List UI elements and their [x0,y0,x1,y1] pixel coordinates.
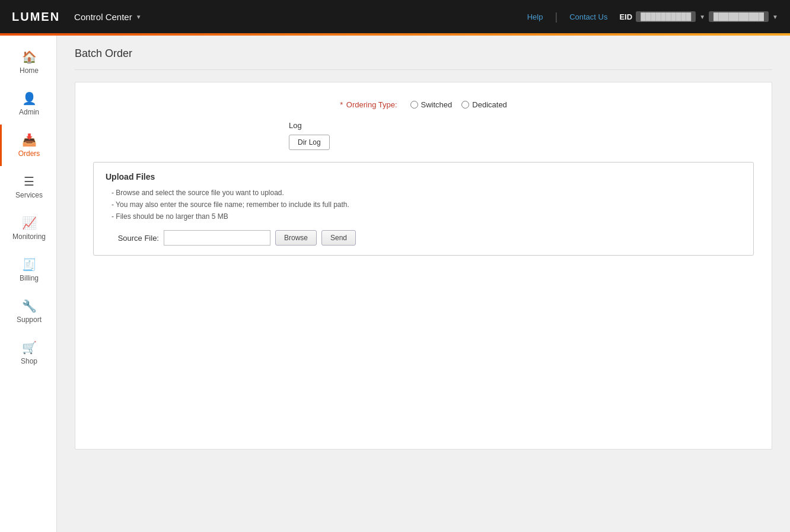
sidebar-item-admin[interactable]: 👤 Admin [0,83,56,125]
ordering-type-radio-group: Switched Dedicated [410,100,507,109]
chevron-down-icon: ▼ [136,14,142,20]
dir-log-button[interactable]: Dir Log [289,135,330,150]
sidebar-item-billing[interactable]: 🧾 Billing [0,249,56,291]
sidebar-label-services: Services [15,191,43,199]
orders-icon: 📥 [22,133,37,147]
nav-divider: | [555,11,558,23]
sidebar-item-monitoring[interactable]: 📈 Monitoring [0,208,56,249]
help-link[interactable]: Help [527,12,543,21]
upload-instruction-1: - Browse and select the source file you … [106,189,741,197]
sidebar-item-shop[interactable]: 🛒 Shop [0,332,56,374]
services-icon: ☰ [24,174,34,189]
sidebar-label-orders: Orders [18,149,40,158]
source-file-input[interactable] [164,230,270,246]
sidebar-item-services[interactable]: ☰ Services [0,166,56,208]
ordering-type-label: * Ordering Type: [340,100,398,109]
sidebar-item-orders[interactable]: 📥 Orders [0,125,56,166]
contact-us-link[interactable]: Contact Us [569,12,607,21]
radio-dedicated-label: Dedicated [472,100,507,109]
logo: LUMEN [12,10,60,24]
ordering-type-row: * Ordering Type: Switched Dedicated [87,100,760,109]
upload-files-box: Upload Files - Browse and select the sou… [93,162,754,256]
log-section: Log Dir Log [289,121,760,150]
sidebar-item-support[interactable]: 🔧 Support [0,291,56,332]
eid-section: EID ██████████ ▼ ██████████ ▼ [619,11,778,22]
radio-switched[interactable] [410,101,418,109]
source-file-label: Source File: [112,234,159,243]
upload-instruction-3: - Files should be no larger than 5 MB [106,212,741,221]
support-icon: 🔧 [22,299,37,313]
home-icon: 🏠 [22,50,37,64]
eid-value: ██████████ [636,11,696,22]
radio-dedicated-option[interactable]: Dedicated [461,100,507,109]
billing-icon: 🧾 [22,257,37,272]
control-center-button[interactable]: Control Center ▼ [74,12,141,22]
monitoring-icon: 📈 [22,216,37,230]
top-nav-right: Help | Contact Us EID ██████████ ▼ █████… [527,11,778,23]
sidebar-label-billing: Billing [20,274,39,282]
send-button[interactable]: Send [321,230,356,246]
radio-switched-label: Switched [421,100,453,109]
browse-button[interactable]: Browse [275,230,317,246]
sidebar-label-admin: Admin [19,108,39,116]
sidebar-label-shop: Shop [21,357,37,365]
sidebar-item-home[interactable]: 🏠 Home [0,42,56,83]
log-label: Log [289,121,760,130]
required-star: * [340,100,345,109]
source-file-row: Source File: Browse Send [106,230,741,246]
eid-label: EID [619,12,632,21]
page-title: Batch Order [75,47,772,60]
radio-dedicated[interactable] [461,101,469,109]
admin-icon: 👤 [22,91,37,106]
sidebar-label-support: Support [17,316,42,324]
user-value: ██████████ [709,11,769,22]
main-layout: 🏠 Home 👤 Admin 📥 Orders ☰ Services 📈 Mon… [0,36,790,532]
upload-instruction-2: - You may also enter the source file nam… [106,200,741,209]
top-navigation: LUMEN Control Center ▼ Help | Contact Us… [0,0,790,33]
eid-chevron-icon[interactable]: ▼ [699,14,705,20]
main-content: Batch Order * Ordering Type: Switched De… [57,36,790,532]
shop-icon: 🛒 [22,340,37,355]
upload-title: Upload Files [106,172,741,181]
sidebar-label-home: Home [20,66,39,75]
content-panel: * Ordering Type: Switched Dedicated Lo [75,82,772,450]
radio-switched-option[interactable]: Switched [410,100,453,109]
sidebar-label-monitoring: Monitoring [12,232,46,241]
user-chevron-icon[interactable]: ▼ [772,14,778,20]
sidebar: 🏠 Home 👤 Admin 📥 Orders ☰ Services 📈 Mon… [0,36,57,532]
